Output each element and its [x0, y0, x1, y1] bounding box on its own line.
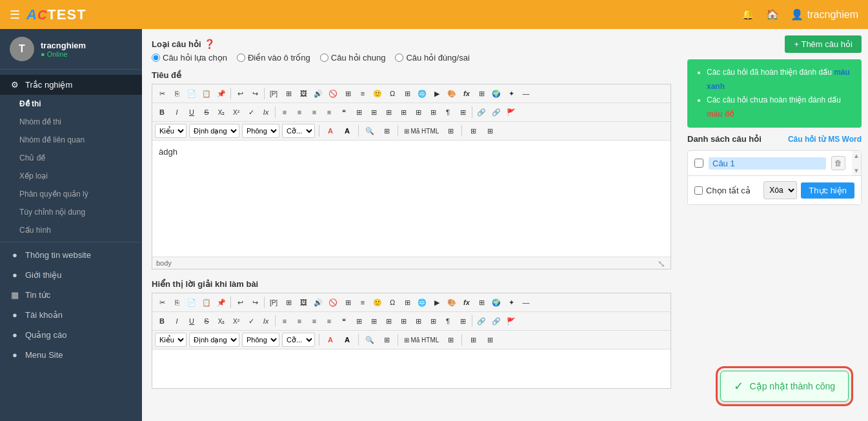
exp-para-btn[interactable]: ¶: [441, 314, 455, 328]
sidebar-item-nhomdethi[interactable]: Nhóm đề thi: [0, 113, 142, 131]
sidebar-item-dethi[interactable]: Đề thi: [0, 95, 142, 113]
exp-audio-btn[interactable]: 🔊: [311, 295, 325, 309]
scroll-up-arrow[interactable]: ▲: [853, 152, 860, 159]
exp-link-btn[interactable]: 🔗: [474, 314, 489, 328]
exp-bg-color-btn[interactable]: A: [340, 333, 354, 347]
font-color-btn[interactable]: A: [323, 124, 338, 138]
exp-fx-btn[interactable]: fx: [459, 295, 474, 309]
search-editor-btn[interactable]: 🔍: [363, 124, 377, 138]
sidebar-item-menusite[interactable]: ● Menu Site: [0, 345, 142, 365]
sidebar-item-tuychinhnoidung[interactable]: Tùy chỉnh nội dung: [0, 203, 142, 221]
font-select[interactable]: Phông: [242, 124, 279, 138]
exp-ol-btn[interactable]: ≡: [278, 314, 292, 328]
exp-check-btn[interactable]: ✓: [244, 314, 258, 328]
exp-ul-btn[interactable]: ≡: [292, 314, 307, 328]
select-all-label[interactable]: Chọn tất cả: [694, 186, 751, 195]
exp-blockquote-btn[interactable]: ❝: [337, 314, 351, 328]
title-editor-body[interactable]: àdgh: [152, 141, 671, 257]
style-select[interactable]: Kiểu: [155, 124, 187, 138]
sidebar-item-tintuc[interactable]: ▦ Tin tức: [0, 285, 142, 305]
preview-btn[interactable]: ⊞: [483, 124, 497, 138]
exp-image-btn[interactable]: 🖼: [296, 295, 310, 309]
home-icon[interactable]: 🏠: [766, 8, 779, 21]
exp-style-select[interactable]: Kiểu: [155, 333, 187, 347]
underline-btn[interactable]: U: [185, 105, 199, 119]
sidebar-item-quangcao[interactable]: ● Quảng cáo: [0, 325, 142, 345]
fullscreen-btn[interactable]: ⊞: [466, 124, 480, 138]
paste-btn[interactable]: 📄: [185, 86, 199, 101]
select-all-checkbox[interactable]: [694, 186, 703, 195]
align-btn[interactable]: ≡: [356, 86, 370, 101]
exp-p-btn[interactable]: [P]: [267, 295, 281, 309]
sidebar-item-cauhinh[interactable]: Cấu hình: [0, 221, 142, 239]
exp-rtl-btn[interactable]: ⊞: [456, 314, 470, 328]
exp-source-btn[interactable]: ⊞: [443, 333, 458, 347]
formula-btn[interactable]: ⊞: [474, 86, 489, 101]
sup-btn[interactable]: X²: [229, 105, 243, 119]
redo-btn[interactable]: ↪: [248, 86, 262, 101]
exp-no-btn[interactable]: 🚫: [326, 295, 340, 309]
exp-html-btn[interactable]: ⊞ Mã HTML: [402, 333, 441, 347]
ul-btn[interactable]: ≡: [292, 105, 307, 119]
exp-outdent-btn[interactable]: ≡: [322, 314, 336, 328]
sidebar-item-xeploai[interactable]: Xếp loại: [0, 167, 142, 185]
video-btn[interactable]: ▶: [430, 86, 444, 101]
exp-formula-btn[interactable]: ⊞: [474, 295, 489, 309]
sidebar-item-gioithieu[interactable]: ● Giới thiệu: [0, 265, 142, 285]
exp-justify-btn[interactable]: ⊞: [426, 314, 440, 328]
exp-align-center-btn[interactable]: ⊞: [396, 314, 410, 328]
exp-align-btn[interactable]: ≡: [356, 295, 370, 309]
para-btn[interactable]: ¶: [441, 105, 455, 119]
sidebar-item-chude[interactable]: Chủ đề: [0, 149, 142, 167]
align-left-btn[interactable]: ⊞: [381, 105, 396, 119]
delete-question-1-btn[interactable]: 🗑: [831, 156, 845, 170]
table2-btn[interactable]: ⊞: [341, 86, 355, 101]
undo-btn[interactable]: ↩: [233, 86, 247, 101]
justify-btn[interactable]: ⊞: [426, 105, 440, 119]
globe-btn[interactable]: 🌐: [415, 86, 429, 101]
exp-italic-btn[interactable]: I: [170, 314, 184, 328]
align-center-btn[interactable]: ⊞: [396, 105, 410, 119]
exp-copy-btn[interactable]: ⎘: [170, 295, 184, 309]
sidebar-item-thongtin[interactable]: ● Thông tin website: [0, 245, 142, 265]
unlink-btn[interactable]: 🔗: [489, 105, 503, 119]
bell-icon[interactable]: 🔔: [742, 8, 754, 21]
add-question-button[interactable]: + Thêm câu hỏi: [785, 35, 862, 53]
exp-format-select[interactable]: Định dạng: [189, 333, 239, 347]
exp-align-right-btn[interactable]: ⊞: [411, 314, 425, 328]
outdent-btn[interactable]: ≡: [322, 105, 336, 119]
cut-btn[interactable]: ✂: [155, 86, 169, 101]
exp-table-btn[interactable]: ⊞: [281, 295, 296, 309]
link-btn[interactable]: 🔗: [474, 105, 489, 119]
exp-video-btn[interactable]: ▶: [430, 295, 444, 309]
sidebar-item-nhomlienquan[interactable]: Nhóm đề liên quan: [0, 131, 142, 149]
explanation-editor-body[interactable]: [152, 349, 671, 388]
help-icon[interactable]: ❓: [204, 39, 215, 49]
exp-omega-btn[interactable]: Ω: [385, 295, 399, 309]
exp-underline-btn[interactable]: U: [185, 314, 199, 328]
exp-extra1-btn[interactable]: ⊞: [352, 314, 366, 328]
exp-preview-btn[interactable]: ⊞: [483, 333, 497, 347]
exp-undo-btn[interactable]: ↩: [233, 295, 247, 309]
size-select[interactable]: Cỡ...: [282, 124, 315, 138]
check-btn[interactable]: ✓: [244, 105, 258, 119]
sub-btn[interactable]: X₂: [214, 105, 228, 119]
question-checkbox-1[interactable]: [694, 159, 703, 168]
exp-indent-btn[interactable]: ≡: [307, 314, 321, 328]
user-menu[interactable]: 👤 tracnghiem: [791, 8, 858, 21]
exp-table2-btn[interactable]: ⊞: [341, 295, 355, 309]
exp-dash-btn[interactable]: —: [519, 295, 533, 309]
format-select[interactable]: Định dạng: [189, 124, 239, 138]
exp-flag-btn[interactable]: 🚩: [504, 314, 518, 328]
exp-font-select[interactable]: Phông: [242, 333, 279, 347]
exp-list-btn[interactable]: ⊞: [400, 295, 414, 309]
exp-paste-btn[interactable]: 📄: [185, 295, 199, 309]
exp-fullscreen-btn[interactable]: ⊞: [466, 333, 480, 347]
p-btn[interactable]: [P]: [267, 86, 281, 101]
exp-earth-btn[interactable]: 🌍: [489, 295, 503, 309]
strike-btn[interactable]: S: [199, 105, 214, 119]
flag-btn[interactable]: 🚩: [504, 105, 518, 119]
radio-option-1[interactable]: Câu hỏi lựa chọn: [152, 53, 227, 63]
radio-option-2[interactable]: Điền vào ô trống: [237, 53, 310, 63]
rtl-btn[interactable]: ⊞: [456, 105, 470, 119]
